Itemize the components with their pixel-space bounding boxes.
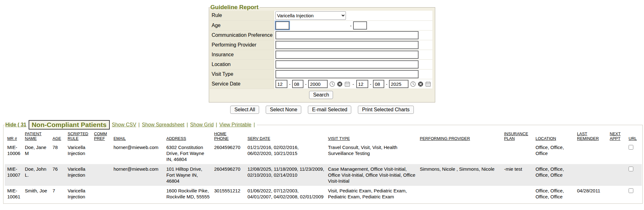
service-date-range-dash: - — [351, 81, 356, 87]
service-date-to-calendar-icon[interactable] — [425, 81, 431, 87]
sort-link-patient-name[interactable]: PATIENT NAME — [25, 131, 44, 141]
sort-link-url[interactable]: URL — [629, 136, 637, 141]
cell-scripted-rule: Varicella Injection — [68, 186, 94, 202]
sort-link-performing-provider[interactable]: PERFORMING PROVIDER — [420, 136, 470, 141]
show-grid-link[interactable]: Show Grid — [190, 122, 214, 128]
select-none-button[interactable]: Select None — [266, 106, 301, 114]
cell-home-phone: 2604596270 — [214, 142, 247, 164]
date-part-dash: - — [304, 81, 308, 87]
cell-url — [629, 164, 642, 186]
cell-home-phone: 2604596270 — [214, 164, 247, 186]
form-row-communication-preference: Communication Preference — [210, 30, 432, 40]
age-from-input[interactable] — [275, 21, 289, 30]
cell-address: 101 Hilltop Drive, Fort Wayne IN, 46804 — [166, 164, 214, 186]
communication-preference-input[interactable] — [275, 31, 419, 39]
service-date-to-month-input[interactable] — [356, 80, 368, 88]
guideline-report-legend: Guideline Report — [210, 4, 260, 11]
col-header-last-reminder: LAST REMINDER — [577, 131, 610, 142]
sort-link-comm-pref[interactable]: COMM PREF — [94, 131, 110, 141]
service-date-to-day-input[interactable] — [373, 80, 384, 88]
service-date-label: Service Date — [210, 79, 274, 89]
service-date-to-year-input[interactable] — [389, 80, 408, 88]
show-spreadsheet-link[interactable]: Show Spreadsheet — [142, 122, 184, 128]
sort-link-serv-date[interactable]: SERV DATE — [247, 136, 270, 141]
cell-url — [629, 186, 642, 202]
cell-insurance-plan: -mie test — [504, 164, 536, 186]
sort-link-scripted-rule[interactable]: SCRIPTED RULE — [68, 131, 91, 141]
cell-scripted-rule: Varicella Injection — [68, 164, 94, 186]
cell-performing-provider: Simmons, Nicole , Simmons, Nicole — [420, 164, 504, 186]
view-printable-link[interactable]: View Printable — [219, 122, 251, 128]
cell-home-phone: 3015551212 — [214, 186, 247, 202]
guideline-report-section: Guideline Report Rule Varicella Injectio… — [0, 0, 644, 102]
service-date-from-time-icon[interactable] — [329, 81, 335, 87]
cell-insurance-plan — [504, 142, 536, 164]
select-all-button[interactable]: Select All — [230, 106, 259, 114]
service-date-from-clear-icon[interactable] — [337, 81, 343, 87]
rule-select[interactable]: Varicella Injection — [275, 11, 346, 20]
service-date-from-year-input[interactable] — [308, 80, 328, 88]
service-date-from-day-input[interactable] — [292, 80, 303, 88]
col-header-url: URL — [629, 131, 642, 142]
col-header-email: EMAIL — [114, 131, 166, 142]
sort-link-home-phone[interactable]: HOME PHONE — [214, 131, 230, 141]
service-date-to-clear-icon[interactable] — [418, 81, 424, 87]
cell-address: 1600 Rockville Pike, Rockville MD, 55555 — [166, 186, 214, 202]
form-row-age: Age - — [210, 21, 432, 30]
form-row-visit-type: Visit Type — [210, 69, 432, 79]
date-part-dash: - — [369, 81, 372, 87]
service-date-from-month-input[interactable] — [275, 80, 287, 88]
row-select-checkbox[interactable] — [629, 145, 633, 150]
sort-link-insurance-plan[interactable]: INSURANCE PLAN — [504, 131, 529, 141]
sort-link-location[interactable]: LOCATION — [536, 136, 556, 141]
age-to-input[interactable] — [353, 21, 367, 30]
cell-performing-provider — [420, 186, 504, 202]
cell-email — [114, 186, 166, 202]
cell-insurance-plan — [504, 186, 536, 202]
hide-link[interactable]: Hide ( 31 — [5, 122, 26, 128]
col-header-comm-pref: COMM PREF — [94, 131, 114, 142]
patient-row: MIE-10006 Doe, Jane M 78 Varicella Injec… — [5, 142, 642, 164]
cell-visit-type: Travel Consult, Visit, Visit, Health Sur… — [328, 142, 420, 164]
sort-link-next-appt[interactable]: NEXT APPT — [610, 131, 625, 141]
visit-type-label: Visit Type — [210, 69, 274, 79]
col-header-insurance-plan: INSURANCE PLAN — [504, 131, 536, 142]
sort-link-visit-type[interactable]: VISIT TYPE — [328, 136, 350, 141]
print-selected-charts-button[interactable]: Print Selected Charts — [358, 106, 414, 114]
email-selected-button[interactable]: E-mail Selected — [308, 106, 351, 114]
search-button[interactable]: Search — [309, 91, 333, 99]
form-row-insurance: Insurance — [210, 50, 432, 60]
service-date-from-calendar-icon[interactable] — [344, 81, 350, 87]
sort-link-mr[interactable]: MR # — [7, 136, 17, 141]
location-input[interactable] — [275, 60, 419, 69]
show-csv-link[interactable]: Show CSV — [112, 122, 136, 128]
col-header-serv-date: SERV DATE — [247, 131, 328, 142]
visit-type-input[interactable] — [275, 70, 419, 78]
table-header-row: MR # PATIENT NAME AGE SCRIPTED RULE COMM… — [5, 131, 642, 142]
sort-link-last-reminder[interactable]: LAST REMINDER — [577, 131, 600, 141]
col-header-address: ADDRESS — [166, 131, 214, 142]
insurance-input[interactable] — [275, 51, 419, 59]
performing-provider-input[interactable] — [275, 41, 419, 49]
patient-row: MIE-10007 Doe, John L. 76 Varicella Inje… — [5, 164, 642, 186]
sort-link-address[interactable]: ADDRESS — [166, 136, 186, 141]
insurance-label: Insurance — [210, 50, 274, 59]
col-header-next-appt: NEXT APPT — [610, 131, 629, 142]
cell-visit-type: Case Management, Office Visit-Initial, O… — [328, 164, 420, 186]
sort-link-age[interactable]: AGE — [53, 136, 61, 141]
non-compliant-patients-legend: Hide ( 31 Non-Compliant Patients Show CS… — [5, 120, 257, 130]
cell-last-reminder — [577, 142, 610, 164]
cell-age: 78 — [53, 142, 68, 164]
service-date-to-time-icon[interactable] — [410, 81, 416, 87]
form-row-location: Location — [210, 60, 432, 69]
cell-comm-pref — [94, 142, 114, 164]
row-select-checkbox[interactable] — [629, 188, 633, 193]
row-select-checkbox[interactable] — [629, 167, 633, 171]
cell-email: horner@mieweb.com — [114, 164, 166, 186]
link-separator: | — [253, 122, 255, 128]
col-header-location: LOCATION — [536, 131, 577, 142]
col-header-visit-type: VISIT TYPE — [328, 131, 420, 142]
cell-next-appt — [610, 142, 629, 164]
sort-link-email[interactable]: EMAIL — [114, 136, 126, 141]
col-header-scripted-rule: SCRIPTED RULE — [68, 131, 94, 142]
